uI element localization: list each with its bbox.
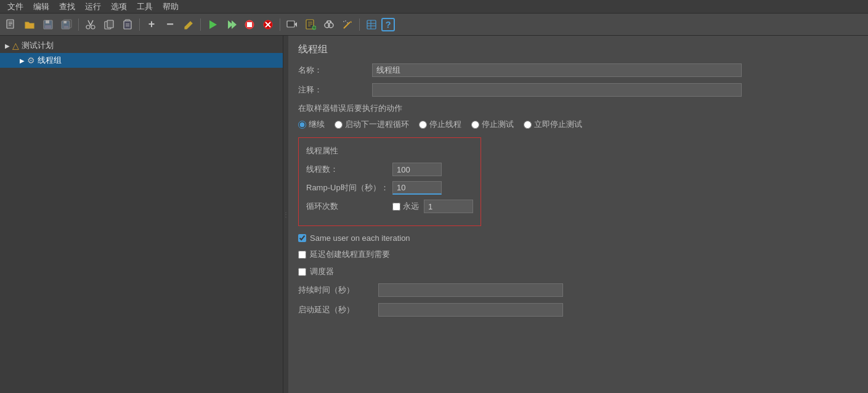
- duration-label: 持续时间（秒）: [298, 285, 378, 296]
- radio-stop-thread[interactable]: 停止线程: [419, 119, 461, 130]
- ramp-up-label: Ramp-Up时间（秒）：: [306, 182, 392, 193]
- radio-stop-thread-input[interactable]: [419, 121, 427, 129]
- radio-stop-now[interactable]: 立即停止测试: [524, 119, 582, 130]
- radio-next-loop-label: 启动下一进程循环: [345, 119, 409, 130]
- menu-find[interactable]: 查找: [54, 0, 80, 13]
- scheduler-row: 调度器: [298, 266, 858, 277]
- radio-stop-test-input[interactable]: [471, 121, 479, 129]
- name-input[interactable]: [372, 63, 742, 77]
- name-row: 名称：: [298, 63, 858, 77]
- sep4: [280, 18, 280, 31]
- paste-button[interactable]: [119, 16, 136, 33]
- svg-marker-19: [209, 20, 217, 29]
- remove-button[interactable]: −: [161, 16, 179, 33]
- svg-rect-23: [247, 22, 252, 27]
- duration-input[interactable]: [378, 283, 563, 297]
- radio-stop-now-input[interactable]: [524, 121, 532, 129]
- new-button[interactable]: [2, 16, 20, 33]
- script-icon[interactable]: +: [302, 16, 319, 33]
- add-button[interactable]: +: [143, 16, 160, 33]
- scheduler-checkbox[interactable]: [298, 268, 306, 276]
- help-icon[interactable]: ?: [381, 18, 395, 31]
- menubar: 文件 编辑 查找 运行 选项 工具 帮助: [0, 0, 868, 14]
- main-layout: ▶ △ 测试计划 ▶ ⚙ 线程组 ⋮ 线程组 名称： 注释： 在取样器错误后要执…: [0, 36, 868, 393]
- radio-next-loop-input[interactable]: [335, 121, 343, 129]
- open-button[interactable]: [21, 16, 38, 33]
- copy-button[interactable]: [100, 16, 118, 33]
- delay-create-row: 延迟创建线程直到需要: [298, 249, 858, 260]
- radio-continue[interactable]: 继续: [298, 119, 325, 130]
- wand-icon[interactable]: [339, 16, 356, 33]
- thread-count-row: 线程数：: [306, 163, 473, 176]
- cut-button[interactable]: [82, 16, 99, 33]
- binoculars-icon[interactable]: [320, 16, 338, 33]
- forever-checkbox[interactable]: [392, 203, 400, 211]
- loop-count-input[interactable]: [424, 200, 473, 213]
- menu-tools[interactable]: 工具: [132, 0, 158, 13]
- radio-continue-input[interactable]: [298, 121, 306, 129]
- name-label: 名称：: [298, 65, 372, 76]
- save-button[interactable]: [39, 16, 57, 33]
- menu-help[interactable]: 帮助: [158, 0, 184, 13]
- menu-options[interactable]: 选项: [106, 0, 132, 13]
- ramp-up-input[interactable]: [392, 181, 442, 195]
- svg-rect-8: [63, 21, 67, 23]
- svg-rect-44: [367, 20, 376, 29]
- tree-item-thread-group[interactable]: ▶ ⚙ 线程组: [0, 53, 283, 68]
- toolbar: + −: [0, 14, 868, 36]
- loop-count-row: 循环次数 永远: [306, 200, 473, 213]
- svg-marker-21: [232, 20, 237, 29]
- save-all-button[interactable]: [58, 16, 75, 33]
- svg-point-11: [86, 25, 90, 29]
- ramp-up-row: Ramp-Up时间（秒）：: [306, 181, 473, 195]
- svg-rect-6: [45, 25, 51, 28]
- startup-delay-input[interactable]: [378, 303, 563, 317]
- menu-edit[interactable]: 编辑: [28, 0, 54, 13]
- edit-properties-button[interactable]: [180, 16, 197, 33]
- radio-stop-now-label: 立即停止测试: [534, 119, 582, 130]
- delay-create-checkbox[interactable]: [298, 251, 306, 259]
- radio-next-loop[interactable]: 启动下一进程循环: [335, 119, 409, 130]
- thread-attrs-title: 线程属性: [306, 145, 473, 156]
- forever-label: 永远: [403, 201, 419, 212]
- sep1: [78, 18, 79, 31]
- stop-button[interactable]: [241, 16, 258, 33]
- svg-point-12: [91, 25, 95, 29]
- forever-checkbox-label[interactable]: 永远: [392, 201, 419, 212]
- thread-attrs-box: 线程属性 线程数： Ramp-Up时间（秒）： 循环次数 永远: [298, 137, 481, 226]
- duration-row: 持续时间（秒）: [298, 283, 858, 297]
- table-icon[interactable]: [363, 16, 380, 33]
- radio-stop-thread-label: 停止线程: [429, 119, 461, 130]
- startup-delay-label: 启动延迟（秒）: [298, 304, 378, 315]
- svg-rect-16: [124, 21, 131, 29]
- panel-title: 线程组: [298, 43, 858, 56]
- svg-rect-14: [107, 20, 113, 28]
- start-button[interactable]: [204, 16, 221, 33]
- tree-item-test-plan[interactable]: ▶ △ 测试计划: [0, 38, 283, 53]
- svg-point-36: [328, 23, 333, 28]
- svg-rect-27: [287, 21, 294, 27]
- panel-divider[interactable]: ⋮: [283, 36, 288, 393]
- scheduler-label: 调度器: [310, 266, 334, 277]
- same-user-checkbox[interactable]: [298, 234, 306, 242]
- radio-stop-test[interactable]: 停止测试: [471, 119, 514, 130]
- record-icon[interactable]: [283, 16, 301, 33]
- startup-delay-row: 启动延迟（秒）: [298, 303, 858, 317]
- shutdown-button[interactable]: [259, 16, 277, 33]
- comment-input[interactable]: [372, 83, 742, 97]
- error-action-section-label: 在取样器错误后要执行的动作: [298, 103, 858, 114]
- sep5: [359, 18, 360, 31]
- svg-rect-5: [46, 20, 49, 23]
- menu-run[interactable]: 运行: [80, 0, 106, 13]
- thread-count-input[interactable]: [392, 163, 442, 176]
- left-panel: ▶ △ 测试计划 ▶ ⚙ 线程组: [0, 36, 283, 393]
- thread-count-label: 线程数：: [306, 164, 392, 175]
- menu-file[interactable]: 文件: [2, 0, 28, 13]
- expand-arrow: ▶: [5, 43, 10, 49]
- comment-label: 注释：: [298, 84, 372, 95]
- thread-group-arrow: ▶: [20, 57, 25, 64]
- loop-count-label: 循环次数: [306, 201, 392, 212]
- start-no-pause-button[interactable]: [222, 16, 240, 33]
- svg-text:+: +: [313, 26, 315, 30]
- svg-marker-28: [294, 22, 297, 27]
